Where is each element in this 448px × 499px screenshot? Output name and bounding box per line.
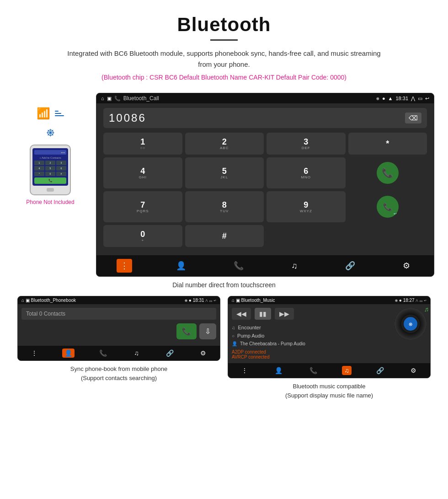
page-subtitle: Integrated with BC6 Bluetooth module, su…	[64, 48, 384, 70]
statusbar-left: ⌂ ▣ 📞 Bluetooth_Call	[101, 95, 159, 102]
phone-mockup: ●●● + Add to Contacts 1 2 3 4 5 6 * 0 # …	[30, 145, 71, 195]
pb-toolbar-link[interactable]: 🔗	[164, 349, 176, 358]
phone-key-1: 1	[34, 161, 44, 165]
window-icon: ▭	[418, 96, 422, 102]
ms-toolbar-call[interactable]: 📞	[307, 366, 320, 375]
page-title: Bluetooth	[9, 14, 439, 36]
call-button[interactable]: 📞	[377, 162, 399, 184]
pb-back-icon: ↩	[213, 298, 216, 303]
pb-toolbar-dialpad[interactable]: ⋮	[29, 349, 40, 358]
redial-icon: 📞	[383, 203, 392, 211]
phone-key-hash: #	[56, 172, 66, 176]
ms-toolbar-link[interactable]: 🔗	[374, 366, 386, 375]
ms-nav-icon: ▣	[236, 298, 240, 303]
ms-bt-icon: ⎈	[395, 298, 398, 303]
keypad-grid: 1 ○○ 2 ABC 3 DEF * 4 GHI	[103, 133, 427, 247]
pb-expand-icon: ⋀	[205, 298, 208, 303]
phone-home-btn	[47, 188, 54, 192]
dial-content: 10086 ⌫ 1 ○○ 2 ABC 3 DEF *	[96, 103, 434, 255]
toolbar-call-btn[interactable]: 📞	[230, 259, 247, 273]
ms-toolbar-music[interactable]: ♫	[342, 366, 352, 375]
ms-app-title: Bluetooth_Music	[241, 298, 275, 303]
phonebook-statusbar-right: ⎈ ● 18:31 ⋀ ▭ ↩	[185, 298, 216, 303]
track-2-name: Pump Audio	[237, 333, 264, 338]
bottom-section: ⌂ ▣ Bluetooth_Phonebook ⎈ ● 18:31 ⋀ ▭ ↩ …	[0, 296, 448, 403]
pb-app-title: Bluetooth_Phonebook	[31, 298, 76, 303]
pb-bt-icon: ⎈	[185, 298, 187, 303]
key-3[interactable]: 3 DEF	[267, 133, 346, 155]
phone-illustration: 📶 ⎈ ●●● + Add to Contacts 1 2 3 4 5	[14, 93, 87, 205]
play-btn[interactable]: ▮▮	[255, 308, 271, 320]
music-controls: ◀◀ ▮▮ ▶▶	[232, 308, 391, 320]
ms-window-icon: ▭	[420, 298, 422, 303]
dial-app-title: Bluetooth_Call	[123, 95, 159, 102]
wifi-icon: ●	[382, 96, 385, 101]
key-9[interactable]: 9 WXYZ	[267, 191, 346, 222]
pb-toolbar-settings[interactable]: ⚙	[198, 349, 208, 358]
key-5-sub: JKL	[220, 175, 228, 179]
music-info: ◀◀ ▮▮ ▶▶ ♫ Encounter ○ Pump Audio 👤 T	[232, 308, 391, 359]
key-6[interactable]: 6 MNO	[267, 157, 346, 188]
contacts-search[interactable]: Total 0 Contacts	[21, 308, 216, 320]
next-btn[interactable]: ▶▶	[275, 308, 294, 320]
key-5[interactable]: 5 JKL	[185, 157, 264, 188]
key-4-main: 4	[140, 167, 145, 175]
pb-toolbar-music[interactable]: ♫	[132, 349, 141, 358]
redial-button[interactable]: 📞 ↩	[377, 196, 399, 218]
dial-number-row: 10086 ⌫	[103, 108, 427, 128]
pb-toolbar-call[interactable]: 📞	[97, 349, 109, 358]
signal-waves	[55, 111, 64, 116]
key-8[interactable]: 8 TUV	[185, 191, 264, 222]
key-6-sub: MNO	[301, 175, 311, 179]
phone-keypad: 1 2 3 4 5 6 * 0 #	[34, 161, 66, 176]
music-bottom-toolbar: ⋮ 👤 📞 ♫ 🔗 ⚙	[228, 363, 430, 378]
prev-btn[interactable]: ◀◀	[232, 308, 251, 320]
phonebook-screen: ⌂ ▣ Bluetooth_Phonebook ⎈ ● 18:31 ⋀ ▭ ↩ …	[17, 296, 220, 361]
key-1-sub: ○○	[140, 146, 145, 150]
key-call-green[interactable]: 📞	[348, 157, 427, 188]
contact-action-row: 📞 ⇩	[21, 323, 216, 339]
pb-home-icon: ⌂	[21, 298, 24, 303]
key-3-main: 3	[304, 138, 308, 146]
phonebook-statusbar: ⌂ ▣ Bluetooth_Phonebook ⎈ ● 18:31 ⋀ ▭ ↩	[18, 296, 220, 304]
key-1[interactable]: 1 ○○	[103, 133, 182, 155]
music-note-icon-2: ○	[232, 333, 235, 338]
key-9-main: 9	[304, 201, 308, 209]
ms-toolbar-settings[interactable]: ⚙	[408, 366, 419, 375]
key-redial[interactable]: 📞 ↩	[348, 191, 427, 222]
key-hash-main: #	[222, 232, 227, 240]
pb-toolbar-contacts[interactable]: 👤	[62, 349, 75, 358]
music-caption-line1: Bluetooth music compatible	[293, 383, 366, 390]
toolbar-link-btn[interactable]: 🔗	[341, 259, 359, 273]
download-contacts-btn[interactable]: ⇩	[199, 323, 216, 339]
key-7-main: 7	[140, 201, 145, 209]
key-7[interactable]: 7 PQRS	[103, 191, 182, 222]
pb-time: 18:31	[193, 298, 204, 303]
toolbar-dialpad-btn[interactable]: ⋮	[117, 259, 132, 273]
toolbar-settings-btn[interactable]: ⚙	[399, 259, 414, 273]
key-4[interactable]: 4 GHI	[103, 157, 182, 188]
music-statusbar: ⌂ ▣ Bluetooth_Music ⎈ ● 18:27 ⋀ ▭ ↩	[228, 296, 430, 304]
track-3-name: The Cheebacabra - Pump Audio	[240, 341, 305, 346]
key-star[interactable]: *	[348, 133, 427, 155]
call-contact-btn[interactable]: 📞	[176, 323, 197, 339]
ms-toolbar-contacts[interactable]: 👤	[272, 366, 285, 375]
music-statusbar-right: ⎈ ● 18:27 ⋀ ▭ ↩	[395, 298, 427, 303]
back-icon: ↩	[425, 96, 429, 102]
ms-toolbar-dialpad[interactable]: ⋮	[239, 366, 250, 375]
phonebook-statusbar-left: ⌂ ▣ Bluetooth_Phonebook	[21, 298, 76, 303]
music-card: ⌂ ▣ Bluetooth_Music ⎈ ● 18:27 ⋀ ▭ ↩ ◀◀	[224, 296, 434, 403]
key-0[interactable]: 0 +	[103, 225, 182, 247]
key-2[interactable]: 2 ABC	[185, 133, 264, 155]
phone-not-included-label: Phone Not Included	[26, 199, 74, 205]
redial-indicator: ↩	[394, 212, 397, 216]
toolbar-music-btn[interactable]: ♫	[288, 259, 301, 273]
toolbar-contacts-btn[interactable]: 👤	[172, 259, 190, 273]
phone-key-5: 5	[45, 166, 55, 171]
backspace-button[interactable]: ⌫	[405, 113, 421, 123]
music-track-1: ♫ Encounter	[232, 323, 391, 332]
phone-call-btn: 📞	[34, 177, 66, 184]
phone-contact-label: + Add to Contacts	[34, 156, 66, 159]
key-hash[interactable]: #	[185, 225, 264, 247]
ms-time: 18:27	[403, 298, 415, 303]
